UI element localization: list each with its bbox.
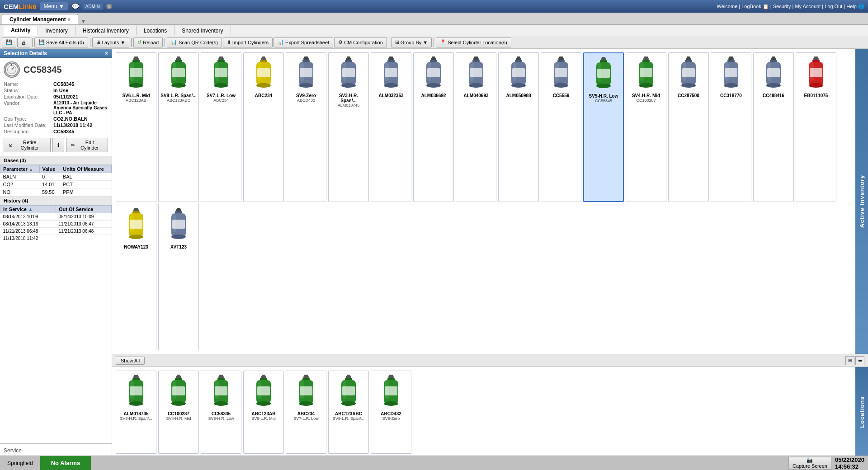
capture-label: Capture Screen [793, 463, 827, 469]
info-btn[interactable]: ℹ [52, 138, 64, 152]
location-cylinder-card[interactable]: ABC123ABC SV8-L.R. Span/... [328, 371, 369, 454]
cylinder-card[interactable]: EB0111075 [796, 52, 836, 202]
app-logo: CEMLink6 [4, 3, 37, 10]
expiry-value: 05/11/2021 [53, 94, 78, 99]
cylinder-card[interactable]: SV6-L.R. Mid ABC123AB [116, 52, 156, 202]
cylinder-card-id: CC287500 [678, 93, 699, 98]
reload-btn[interactable]: ↺ Reload [133, 38, 163, 47]
cylinder-card[interactable]: ALM032353 [371, 52, 411, 202]
toolbar: 💾 🖨 💾 Save All Edits (0) ⊞ Layouts ▼ ↺ R… [0, 36, 868, 49]
svg-rect-107 [725, 68, 737, 77]
cylinder-svg-container [165, 55, 192, 92]
status-right: 📷 Capture Screen 05/22/2020 14:56:32 [788, 456, 868, 470]
cylinder-card[interactable]: CC488416 [753, 52, 794, 202]
location-cylinder-card[interactable]: CC100287 SV4-H.R. Mid [158, 371, 199, 454]
cylinder-card[interactable]: ALM036692 [413, 52, 454, 202]
import-cylinders-btn[interactable]: ⬆ Import Cylinders [223, 38, 273, 47]
main-tab-close[interactable]: × [68, 17, 71, 22]
cylinder-card[interactable]: SV9-Zero ABCD432 [286, 52, 326, 202]
scan-qr-btn[interactable]: 📊 Scan QR Code(s) [167, 38, 222, 47]
location-cylinder-card[interactable]: CC58345 SV5-H.R. Low [201, 371, 241, 454]
location-cylinder-id: ABC234 [297, 411, 315, 416]
gases-row: CO214.01PCT [0, 181, 112, 188]
tab-historical-inventory[interactable]: Historical Inventory [75, 26, 137, 35]
layouts-icon: ⊞ [96, 39, 100, 45]
select-location-btn[interactable]: 📍 Select Cylinder Location(s) [436, 38, 511, 47]
location-cylinder-card[interactable]: ABC234 SV7-L.R. Low [286, 371, 326, 454]
tab-shared-inventory[interactable]: Shared Inventory [175, 26, 231, 35]
cylinder-card[interactable]: ABC234 [243, 52, 284, 202]
svg-point-38 [299, 83, 313, 88]
cylinder-svg-container [123, 55, 150, 92]
cylinder-card-id: SV8-L.R. Span/... [160, 93, 196, 98]
svg-rect-114 [767, 68, 780, 77]
cylinder-card[interactable]: SV4-H.R. Mid CC100287 [626, 52, 666, 202]
tab-inventory[interactable]: Inventory [38, 26, 75, 35]
cylinder-card[interactable]: SV7-L.R. Low ABC234 [201, 52, 241, 202]
datetime: 05/22/2020 14:56:32 [835, 456, 864, 470]
action-buttons: ⊘ Retire Cylinder ℹ ✏ Edit Cylinder [4, 138, 108, 152]
cylinder-card[interactable]: CC318770 [711, 52, 751, 202]
cylinder-management-tab[interactable]: Cylinder Management × [2, 14, 78, 24]
cylinder-card[interactable]: CC5559 [541, 52, 581, 202]
svg-rect-170 [300, 386, 312, 395]
cylinder-card[interactable]: XVT123 [158, 204, 199, 350]
last-modified-value: 11/13/2018 11:42 [53, 122, 92, 128]
group-by-btn[interactable]: ⊞ Group By ▼ [391, 38, 432, 47]
value-col-header[interactable]: Value [39, 165, 60, 173]
svg-point-24 [214, 83, 228, 88]
layouts-btn[interactable]: ⊞ Layouts ▼ [92, 38, 129, 47]
cylinder-svg-container [165, 206, 192, 244]
cylinder-card[interactable]: SV5-H.R. Low CC58345 [583, 52, 624, 202]
cylinder-svg-container [675, 55, 702, 92]
grid-view-btn[interactable]: ⊞ [845, 356, 854, 365]
description-value: CC58345 [53, 129, 74, 134]
cylinder-card-sub: ALM018745 [338, 103, 360, 108]
tab-expand-arrow[interactable]: ▼ [81, 18, 86, 24]
svg-point-115 [766, 83, 781, 88]
cylinder-card-id: SV7-L.R. Low [207, 93, 236, 98]
tab-bar: Cylinder Management × ▼ [0, 13, 868, 25]
menu-button[interactable]: Menu ▼ [40, 2, 68, 10]
save-icon-btn[interactable]: 💾 [2, 38, 16, 47]
selection-details-close[interactable]: × [105, 50, 108, 56]
cylinder-svg-container [420, 55, 447, 92]
svg-rect-184 [385, 386, 397, 395]
cylinder-card[interactable]: NOWAY123 [116, 204, 156, 350]
location-icon: 📍 [440, 39, 446, 45]
reload-icon: ↺ [137, 39, 142, 45]
status-location: Springfield [0, 460, 40, 466]
out-service-col-header[interactable]: Out Of Service [56, 206, 112, 213]
location-cylinder-sub: SV8-L.R. Span/... [333, 416, 364, 421]
date-display: 05/22/2020 [835, 456, 864, 463]
tab-locations[interactable]: Locations [137, 26, 175, 35]
in-service-col-header[interactable]: In Service ▲ [0, 206, 56, 213]
cylinder-card[interactable]: ALM050988 [498, 52, 539, 202]
top-links[interactable]: Welcome | LogBook 📋 | Security | My Acco… [717, 4, 864, 9]
uom-col-header[interactable]: Units Of Measure [60, 165, 112, 173]
gas-param: CO2 [0, 181, 40, 188]
svg-rect-58 [427, 68, 440, 77]
export-spreadsheet-btn[interactable]: 📊 Export Spreadsheet [274, 38, 333, 47]
capture-screen-btn[interactable]: 📷 Capture Screen [788, 457, 831, 470]
location-cylinder-card[interactable]: ABCD432 SV9-Zero [371, 371, 411, 454]
param-col-header[interactable]: Parameter ▲ [0, 165, 40, 173]
svg-rect-37 [300, 68, 312, 77]
svg-rect-9 [130, 68, 142, 77]
save-all-edits-btn[interactable]: 💾 Save All Edits (0) [34, 38, 88, 47]
location-cylinder-card[interactable]: ALM018745 SV3-H.R. Span/... [116, 371, 156, 454]
tab-activity[interactable]: Activity [4, 26, 38, 36]
show-all-btn[interactable]: Show All [116, 357, 145, 365]
location-cylinder-sub: SV9-Zero [382, 416, 400, 421]
retire-cylinder-btn[interactable]: ⊘ Retire Cylinder [4, 138, 51, 152]
cm-configuration-btn[interactable]: ⚙ CM Configuration [334, 38, 387, 47]
print-icon-btn[interactable]: 🖨 [17, 38, 30, 47]
list-view-btn[interactable]: ☰ [855, 356, 864, 365]
cylinder-card[interactable]: SV3-H.R. Span/... ALM018745 [328, 52, 369, 202]
location-cylinder-card[interactable]: ABC123AB SV6-L.R. Mid [243, 371, 284, 454]
cylinder-card[interactable]: SV8-L.R. Span/... ABC123ABC [158, 52, 199, 202]
service-label: Service [4, 447, 22, 454]
edit-cylinder-btn[interactable]: ✏ Edit Cylinder [66, 138, 108, 152]
cylinder-card[interactable]: CC287500 [668, 52, 709, 202]
cylinder-card[interactable]: ALM040693 [456, 52, 496, 202]
